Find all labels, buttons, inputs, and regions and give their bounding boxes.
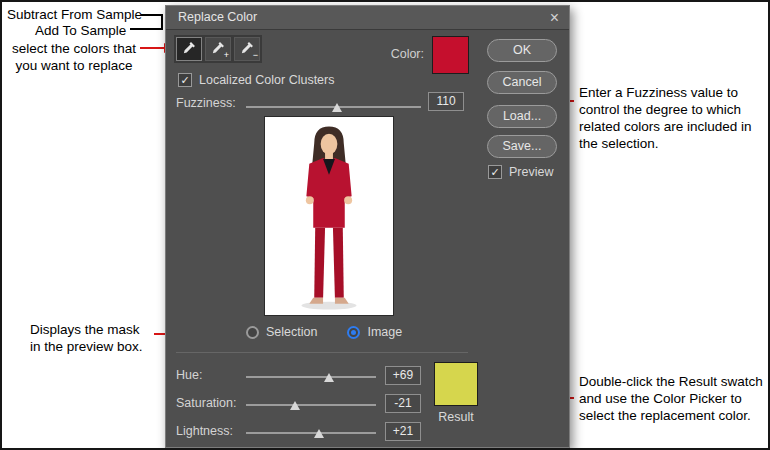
annotation-mask-note: Displays the mask in the preview box. <box>30 321 143 355</box>
color-label: Color: <box>356 47 424 61</box>
section-divider <box>176 352 468 353</box>
localized-checkbox-row: ✓ Localized Color Clusters <box>178 73 334 87</box>
selection-radio[interactable] <box>246 326 259 339</box>
fuzziness-slider-thumb[interactable] <box>332 103 342 112</box>
add-to-sample-button[interactable]: + <box>205 37 231 61</box>
load-button[interactable]: Load... <box>487 105 557 128</box>
eyedropper-icon <box>182 40 197 58</box>
preview-label: Preview <box>509 165 553 179</box>
image-radio-item[interactable]: Image <box>347 325 402 339</box>
localized-checkbox[interactable]: ✓ <box>178 73 192 87</box>
subtract-from-sample-button[interactable]: − <box>234 37 260 61</box>
annotation-fuzziness-note: Enter a Fuzziness value to control the d… <box>579 84 767 152</box>
select-colors-arrow <box>140 47 165 49</box>
result-swatch[interactable] <box>434 362 478 406</box>
hue-value-field[interactable]: +69 <box>385 366 421 385</box>
dialog-titlebar[interactable]: Replace Color × <box>166 6 569 30</box>
cancel-button[interactable]: Cancel <box>487 71 557 94</box>
preview-checkbox[interactable]: ✓ <box>488 165 502 179</box>
lightness-slider-thumb[interactable] <box>314 429 324 438</box>
replace-color-dialog: Replace Color × + − <box>165 5 570 448</box>
annotation-add-to-sample: Add To Sample <box>35 22 126 39</box>
model-photo <box>265 117 393 315</box>
preview-checkbox-row: ✓ Preview <box>488 165 553 179</box>
hue-row: Hue: +69 <box>166 366 436 386</box>
fuzziness-label: Fuzziness: <box>176 96 236 110</box>
hue-slider-thumb[interactable] <box>324 373 334 382</box>
ok-button[interactable]: OK <box>487 39 557 62</box>
selection-radio-item[interactable]: Selection <box>246 325 317 339</box>
image-radio[interactable] <box>347 326 360 339</box>
lightness-row: Lightness: +21 <box>166 422 436 442</box>
saturation-slider[interactable] <box>246 404 376 406</box>
annotation-result-note: Double-click the Result swatch and use t… <box>579 373 767 424</box>
save-button[interactable]: Save... <box>487 135 557 158</box>
dialog-title: Replace Color <box>178 6 257 29</box>
plus-glyph: + <box>224 51 229 60</box>
image-radio-label: Image <box>367 325 402 339</box>
color-swatch[interactable] <box>432 36 469 74</box>
hue-label: Hue: <box>176 368 202 382</box>
hue-slider[interactable] <box>246 376 376 378</box>
saturation-label: Saturation: <box>176 396 236 410</box>
saturation-row: Saturation: -21 <box>166 394 436 414</box>
eyedropper-button[interactable] <box>176 37 202 61</box>
preview-image-box[interactable] <box>264 116 394 316</box>
fuzziness-value-field[interactable]: 110 <box>428 92 464 111</box>
connector-line <box>141 14 163 16</box>
annotation-select-colors: select the colors that you want to repla… <box>6 40 142 74</box>
result-label: Result <box>434 410 478 424</box>
fuzziness-slider[interactable] <box>246 106 421 108</box>
saturation-slider-thumb[interactable] <box>290 401 300 410</box>
lightness-value-field[interactable]: +21 <box>385 422 421 441</box>
lightness-slider[interactable] <box>246 432 376 434</box>
close-icon[interactable]: × <box>550 6 559 29</box>
image-radio-dot <box>351 330 356 335</box>
lightness-label: Lightness: <box>176 424 233 438</box>
selection-radio-label: Selection <box>266 325 317 339</box>
eyedropper-toolbar: + − <box>174 35 262 63</box>
annotation-subtract-from-sample: Subtract From Sample <box>7 6 142 23</box>
minus-glyph: − <box>253 51 258 60</box>
localized-label: Localized Color Clusters <box>199 73 334 87</box>
saturation-value-field[interactable]: -21 <box>385 394 421 413</box>
figure-canvas: Subtract From Sample Add To Sample selec… <box>0 0 770 450</box>
connector-line <box>130 28 163 30</box>
display-mode-radios: Selection Image <box>246 325 402 339</box>
